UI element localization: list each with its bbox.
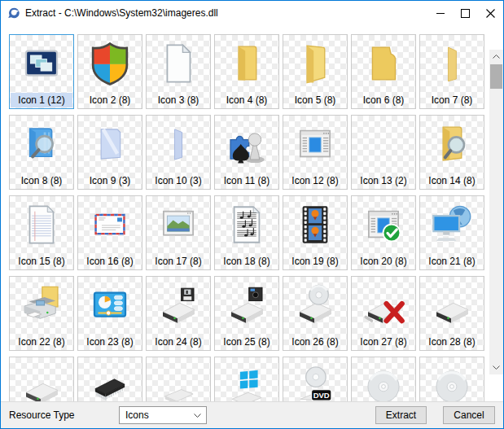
icon-cell-label: Icon 11 (8): [216, 173, 278, 188]
icon-cell[interactable]: Icon 6 (8): [351, 34, 416, 109]
drive-error-icon: [352, 278, 415, 332]
hard-drive-icon: [420, 278, 484, 332]
computer-globe-icon: [420, 198, 484, 252]
icon-cell-label: Icon 5 (8): [284, 93, 346, 107]
text-document-icon: [10, 198, 73, 252]
icon-cell[interactable]: Icon 20 (8): [351, 195, 416, 270]
icon-cell-label: Icon 21 (8): [421, 254, 483, 269]
icon-list-area: Icon 1 (12) Icon 2 (8) Icon 3 (8) Icon 4…: [1, 25, 503, 401]
folder-translucent-icon: [78, 117, 142, 171]
scroll-down-icon[interactable]: [489, 361, 503, 374]
icon-cell-label: Icon 2 (8): [79, 93, 141, 107]
icon-cell-label: Icon 8 (8): [11, 173, 72, 188]
icon-cell[interactable]: Icon 21 (8): [419, 195, 484, 270]
icon-cell[interactable]: [214, 357, 279, 401]
icon-cell[interactable]: Icon 28 (8): [419, 276, 484, 351]
icon-cell[interactable]: Icon 9 (3): [77, 115, 142, 190]
icon-cell[interactable]: Icon 19 (8): [283, 195, 348, 270]
floppy525-drive-icon: [215, 278, 278, 332]
close-icon[interactable]: [478, 1, 503, 25]
picture-window-icon: [147, 198, 210, 252]
icon-cell[interactable]: Icon 13 (2): [351, 115, 416, 190]
empty-icon: [352, 117, 415, 171]
icon-cell[interactable]: Icon 8 (8): [9, 115, 74, 190]
icon-cell[interactable]: Icon 27 (8): [351, 276, 416, 351]
cd-disc-icon: [352, 359, 415, 401]
icon-cell-label: Icon 17 (8): [147, 254, 209, 269]
search-folder-yellow-icon: [420, 117, 484, 171]
scrollbar-thumb[interactable]: [490, 64, 502, 89]
icon-cell-label: Icon 28 (8): [421, 335, 483, 349]
icon-cell-label: Icon 24 (8): [147, 335, 209, 349]
icon-cell[interactable]: Icon 5 (8): [283, 34, 348, 109]
icon-cell[interactable]: [9, 357, 74, 401]
resource-type-select[interactable]: Icons: [119, 406, 207, 424]
icon-cell-label: Icon 23 (8): [79, 335, 141, 349]
folder-side-icon: [420, 37, 484, 90]
icon-cell[interactable]: [146, 357, 211, 401]
sheet-music-icon: [215, 198, 278, 252]
scroll-up-icon[interactable]: [489, 50, 503, 63]
cancel-button[interactable]: Cancel: [443, 406, 495, 424]
cd-drive-icon: [283, 278, 347, 332]
icon-cell[interactable]: Icon 2 (8): [77, 34, 142, 109]
icon-cell[interactable]: Icon 7 (8): [419, 34, 484, 109]
icon-cell[interactable]: Icon 15 (8): [9, 195, 74, 270]
maximize-icon[interactable]: [453, 1, 478, 25]
icon-cell[interactable]: Icon 10 (3): [146, 115, 211, 190]
extract-dialog-window: Extract - C:\Windows\System32\imageres.d…: [0, 0, 504, 429]
icon-cell[interactable]: Icon 3 (8): [146, 34, 211, 109]
icon-cell[interactable]: Icon 1 (12): [9, 34, 74, 109]
icon-cell-label: Icon 12 (8): [284, 173, 346, 188]
icon-cell-label: Icon 14 (8): [421, 173, 483, 188]
folder-open-icon: [283, 37, 347, 90]
footer-bar: Resource Type Icons Extract Cancel: [1, 401, 503, 428]
icon-cell[interactable]: [351, 357, 416, 401]
app-window-icon: [283, 117, 347, 171]
folder-closed-icon: [215, 37, 278, 90]
icon-cell-label: Icon 15 (8): [11, 254, 72, 269]
control-panel-icon: [78, 278, 142, 332]
taskbar-windows-icon: [10, 37, 73, 90]
icon-cell[interactable]: Icon 17 (8): [146, 195, 211, 270]
icon-cell-label: Icon 3 (8): [147, 93, 209, 107]
icon-cell[interactable]: [77, 357, 142, 401]
icon-cell[interactable]: Icon 26 (8): [283, 276, 348, 351]
icon-cell[interactable]: Icon 4 (8): [214, 34, 279, 109]
icon-cell-label: Icon 18 (8): [216, 254, 278, 269]
external-drive-icon: [10, 359, 73, 401]
title-bar[interactable]: Extract - C:\Windows\System32\imageres.d…: [1, 1, 503, 25]
icon-cell[interactable]: Icon 25 (8): [214, 276, 279, 351]
icon-cell[interactable]: Icon 24 (8): [146, 276, 211, 351]
icon-cell[interactable]: Icon 22 (8): [9, 276, 74, 351]
icon-cell[interactable]: [419, 357, 484, 401]
folder-translucent-side-icon: [147, 117, 210, 171]
minimize-icon[interactable]: [427, 1, 453, 25]
search-folder-blue-icon: [10, 117, 73, 171]
icon-cell[interactable]: Icon 11 (8): [214, 115, 279, 190]
printer-folder-icon: [10, 278, 73, 332]
icon-cell-label: Icon 7 (8): [421, 93, 483, 107]
games-icon: [215, 117, 278, 171]
film-strip-icon: [283, 198, 347, 252]
icon-cell-label: Icon 1 (12): [11, 93, 72, 107]
resource-type-label: Resource Type: [9, 409, 75, 421]
icon-cell-label: Icon 22 (8): [11, 335, 72, 349]
icon-cell[interactable]: Icon 23 (8): [77, 276, 142, 351]
blank-document-icon: [147, 37, 210, 90]
icon-cell[interactable]: Icon 12 (8): [283, 115, 348, 190]
resource-type-value: Icons: [125, 409, 149, 421]
dvd-drive-icon: DVD: [283, 359, 347, 401]
icon-cell[interactable]: DVD: [283, 357, 348, 401]
extract-button[interactable]: Extract: [375, 406, 427, 424]
icon-cell-label: Icon 16 (8): [79, 254, 141, 269]
window-title: Extract - C:\Windows\System32\imageres.d…: [25, 7, 427, 19]
icon-cell[interactable]: Icon 16 (8): [77, 195, 142, 270]
icon-cell[interactable]: Icon 18 (8): [214, 195, 279, 270]
memory-chip-icon: [78, 359, 142, 401]
icon-cell[interactable]: Icon 14 (8): [419, 115, 484, 190]
icon-cell-label: Icon 13 (2): [353, 173, 414, 188]
vertical-scrollbar[interactable]: [489, 50, 503, 374]
icon-cell-label: Icon 26 (8): [284, 335, 346, 349]
icon-cell-label: Icon 19 (8): [284, 254, 346, 269]
